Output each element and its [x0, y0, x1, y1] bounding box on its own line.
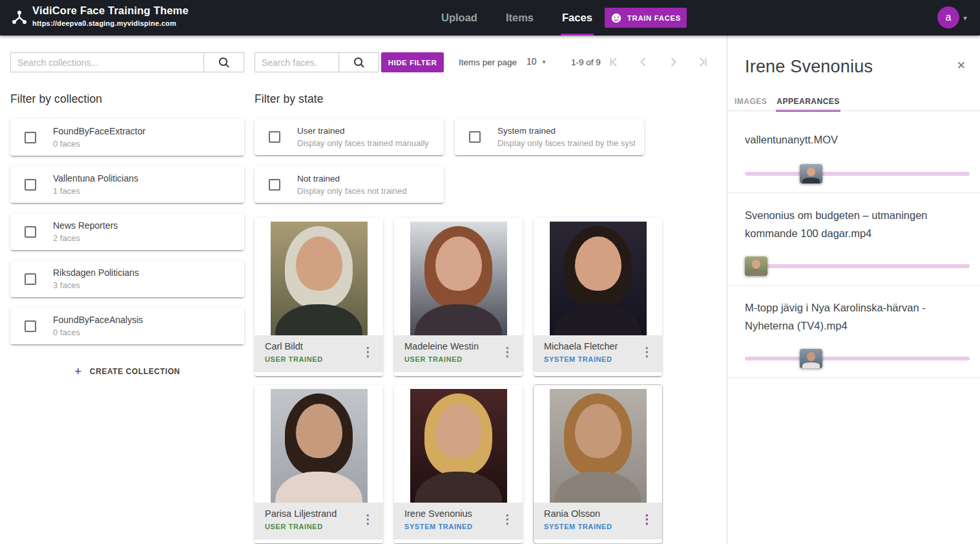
face-card-parisa-liljestrand[interactable]: Parisa Liljestrand USER TRAINED ⋮: [255, 385, 383, 543]
top-navbar: VidiCore Face Training Theme https://dee…: [0, 0, 980, 36]
face-card-carl-bildt[interactable]: Carl Bildt USER TRAINED ⋮: [255, 218, 383, 376]
state-filter-user-trained[interactable]: User trained Display only faces trained …: [255, 118, 444, 155]
face-card-madeleine-westin[interactable]: Madeleine Westin USER TRAINED ⋮: [394, 218, 523, 376]
items-per-page-select[interactable]: 10 ▾: [526, 56, 546, 67]
face-card-michaela-fletcher[interactable]: Michaela Fletcher SYSTEM TRAINED ⋮: [534, 218, 662, 376]
face-card-menu-icon[interactable]: ⋮: [501, 346, 514, 358]
first-page-icon: [607, 56, 620, 68]
train-faces-label: TRAIN FACES: [627, 14, 681, 22]
face-photo: [550, 389, 647, 503]
nav-item-upload[interactable]: Upload: [440, 0, 479, 36]
appearance-filename: Svenonius om budgeten – utmaningen komma…: [745, 206, 970, 242]
state-filter-checkbox[interactable]: [469, 131, 481, 143]
collection-item[interactable]: FoundByFaceAnalysis 0 faces: [10, 308, 244, 344]
appearance-thumbnail[interactable]: [800, 349, 822, 368]
appearance-timeline: [745, 357, 970, 361]
face-card-grid: Carl Bildt USER TRAINED ⋮ Madeleine West…: [255, 218, 663, 543]
avatar-letter: a: [946, 12, 952, 23]
caret-down-icon: ▾: [543, 58, 546, 65]
faces-search-input[interactable]: [255, 53, 339, 72]
collection-count: 0 faces: [53, 139, 145, 149]
face-photo: [410, 389, 507, 503]
state-filter-name: Not trained: [297, 174, 407, 183]
appearances-list: vallentunanytt.MOV Svenonius om budgeten…: [727, 111, 980, 378]
collection-checkbox[interactable]: [25, 179, 36, 191]
nav-item-items[interactable]: Items: [505, 0, 535, 36]
state-filter-description: Display only faces trained by the syst…: [497, 138, 635, 148]
tab-appearances[interactable]: APPEARANCES: [776, 95, 840, 112]
items-per-page-value: 10: [526, 56, 537, 67]
face-card-menu-icon[interactable]: ⋮: [362, 346, 374, 358]
pagination-controls: [607, 56, 709, 68]
face-card-menu-icon[interactable]: ⋮: [641, 346, 653, 358]
detail-panel-tabs: IMAGES APPEARANCES: [734, 95, 840, 112]
collections-search-bar: [10, 52, 244, 72]
detail-panel-title: Irene Svenonius: [745, 57, 873, 77]
face-card-menu-icon[interactable]: ⋮: [362, 513, 374, 525]
app-url: https://deepva0.staging.myvidispine.com: [32, 19, 189, 27]
face-photo: [410, 222, 507, 335]
tab-images[interactable]: IMAGES: [734, 95, 767, 112]
avatar-menu-caret-icon[interactable]: ▾: [963, 14, 967, 23]
collection-checkbox[interactable]: [25, 320, 36, 332]
search-icon: [218, 56, 231, 69]
appearance-thumbnail[interactable]: [745, 256, 767, 276]
create-collection-button[interactable]: + CREATE COLLECTION: [68, 360, 187, 382]
chevron-left-icon: [637, 56, 650, 68]
collection-count: 2 faces: [53, 233, 118, 243]
face-photo: [271, 222, 368, 335]
state-filter-description: Display only faces trained manually: [297, 138, 429, 148]
collection-checkbox[interactable]: [25, 132, 36, 143]
state-filter-grid: User trained Display only faces trained …: [255, 118, 663, 203]
last-page-icon: [696, 56, 709, 68]
last-page-button[interactable]: [696, 56, 709, 68]
brand-block: VidiCore Face Training Theme https://dee…: [32, 5, 189, 27]
state-filter-system-trained[interactable]: System trained Display only faces traine…: [455, 118, 644, 155]
filter-by-collection-heading: Filter by collection: [10, 92, 244, 106]
collection-name: News Reporters: [53, 220, 118, 231]
user-avatar[interactable]: a: [937, 6, 959, 28]
collection-checkbox[interactable]: [25, 273, 36, 285]
previous-page-button[interactable]: [637, 56, 650, 68]
main-nav: Upload Items Faces: [440, 0, 594, 36]
appearance-item: M-topp jävig i Nya Karolinska-härvan - N…: [727, 286, 980, 378]
collection-item[interactable]: Riksdagen Politicians 3 faces: [10, 260, 244, 297]
collections-search-button[interactable]: [203, 53, 244, 72]
state-filter-checkbox[interactable]: [269, 131, 280, 143]
state-filter-name: System trained: [497, 126, 635, 136]
close-icon[interactable]: ✕: [957, 59, 966, 72]
face-card-menu-icon[interactable]: ⋮: [641, 513, 653, 525]
chevron-right-icon: [667, 56, 680, 68]
faces-search-bar: [255, 52, 379, 72]
pagination-range-label: 1-9 of 9: [571, 58, 601, 67]
face-photo: [550, 222, 647, 335]
collection-item[interactable]: News Reporters 2 faces: [10, 213, 244, 250]
appearance-filename: vallentunanytt.MOV: [745, 132, 970, 147]
face-icon: [610, 12, 622, 24]
collection-checkbox[interactable]: [25, 226, 36, 238]
app-root: VidiCore Face Training Theme https://dee…: [0, 0, 980, 544]
appearance-item: Svenonius om budgeten – utmaningen komma…: [727, 193, 980, 286]
state-filter-not-trained[interactable]: Not trained Display only faces not train…: [255, 166, 444, 203]
appearance-thumbnail[interactable]: [800, 164, 822, 183]
face-card-rania-olsson[interactable]: Rania Olsson SYSTEM TRAINED ⋮: [534, 385, 662, 543]
collection-name: FoundByFaceExtractor: [53, 126, 145, 136]
create-collection-label: CREATE COLLECTION: [90, 367, 180, 376]
appearance-timeline: [745, 172, 970, 176]
state-filter-description: Display only faces not trained: [297, 186, 407, 196]
train-faces-button[interactable]: TRAIN FACES: [605, 8, 687, 28]
collection-count: 0 faces: [53, 328, 143, 337]
collections-search-input[interactable]: [11, 53, 203, 72]
nav-item-faces[interactable]: Faces: [561, 0, 594, 36]
hide-filter-button[interactable]: HIDE FILTER: [381, 52, 444, 72]
state-filter-checkbox[interactable]: [269, 179, 280, 191]
face-card-menu-icon[interactable]: ⋮: [501, 513, 514, 525]
faces-main: HIDE FILTER Items per page 10 ▾ 1-9 of 9: [255, 52, 663, 543]
face-card-irene-svenonius[interactable]: Irene Svenonius SYSTEM TRAINED ⋮: [394, 385, 523, 543]
collection-item[interactable]: Vallentuna Politicians 1 faces: [10, 166, 244, 203]
next-page-button[interactable]: [667, 56, 680, 68]
collection-item[interactable]: FoundByFaceExtractor 0 faces: [10, 119, 244, 156]
faces-search-button[interactable]: [339, 53, 379, 72]
first-page-button[interactable]: [607, 56, 620, 68]
appearance-timeline: [745, 264, 970, 268]
